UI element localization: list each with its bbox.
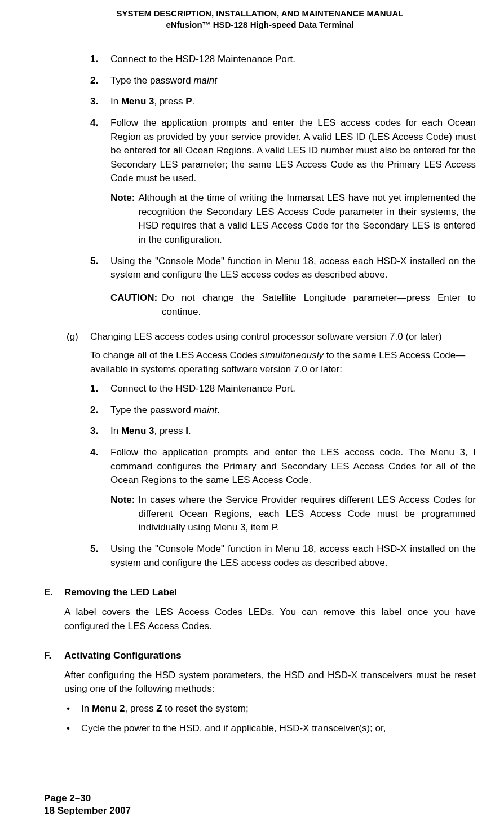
list-number: 4. [90,446,110,535]
list-number: 2. [90,74,110,88]
bullet-icon: • [64,702,81,716]
header-line1: SYSTEM DESCRIPTION, INSTALLATION, AND MA… [44,8,476,19]
note-text: Although at the time of writing the Inma… [138,191,476,247]
list-number: 1. [90,382,110,396]
section-title: Removing the LED Label [64,586,177,600]
list-text: Type the password maint [110,74,476,88]
document-header: SYSTEM DESCRIPTION, INSTALLATION, AND MA… [44,8,476,30]
page-date: 18 September 2007 [44,805,131,817]
list-item: 4. Follow the application prompts and en… [90,446,476,535]
list-number: 2. [90,403,110,418]
subsection-marker: (g) [67,330,90,376]
list-text: In Menu 3, press I. [110,424,476,438]
subsection-g: (g) Changing LES access codes using cont… [67,330,476,376]
list-item: 1. Connect to the HSD-128 Maintenance Po… [90,382,476,396]
caution-block: CAUTION: Do not change the Satellite Lon… [110,291,476,319]
list-text: In Menu 3, press P. [110,95,476,109]
section-letter: F. [44,649,64,663]
list-text: Using the "Console Mode" function in Men… [110,254,476,319]
list-number: 5. [90,542,110,570]
list-text: Follow the application prompts and enter… [110,116,476,247]
bullet-text: Cycle the power to the HSD, and if appli… [81,722,386,736]
list-text: Connect to the HSD-128 Maintenance Port. [110,52,476,67]
list-number: 3. [90,424,110,438]
section-f: F. Activating Configurations After confi… [44,649,476,735]
section-e: E. Removing the LED Label A label covers… [44,586,476,633]
list-item: 3. In Menu 3, press I. [90,424,476,438]
header-line2: eNfusion™ HSD-128 High-speed Data Termin… [44,19,476,30]
subsection-intro: To change all of the LES Access Codes si… [90,349,476,376]
section-heading: E. Removing the LED Label [44,586,476,600]
list-item: 2. Type the password maint. [90,403,476,418]
subsection-content: Changing LES access codes using control … [90,330,476,376]
section-body: A label covers the LES Access Codes LEDs… [64,605,476,633]
list-number: 3. [90,95,110,109]
section-letter: E. [44,586,64,600]
section-body: After configuring the HSD system paramet… [64,669,476,696]
bullet-text: In Menu 2, press Z to reset the system; [81,702,249,716]
list-text: Type the password maint. [110,403,476,418]
list-text: Follow the application prompts and enter… [110,446,476,535]
list-text: Using the "Console Mode" function in Men… [110,542,476,570]
note-label: Note: [110,191,135,247]
list-item: 5. Using the "Console Mode" function in … [90,542,476,570]
list-item: 2. Type the password maint [90,74,476,88]
list-number: 1. [90,52,110,67]
note-label: Note: [110,493,135,535]
note-block: Note: In cases where the Service Provide… [110,493,476,535]
section-heading: F. Activating Configurations [44,649,476,663]
list-item: 1. Connect to the HSD-128 Maintenance Po… [90,52,476,67]
section-title: Activating Configurations [64,649,182,663]
bullet-icon: • [64,722,81,736]
page-footer: Page 2–30 18 September 2007 [44,792,131,817]
bullet-item: • In Menu 2, press Z to reset the system… [64,702,476,716]
list-item: 3. In Menu 3, press P. [90,95,476,109]
caution-label: CAUTION: [110,291,157,319]
list-item: 5. Using the "Console Mode" function in … [90,254,476,319]
note-text: In cases where the Service Provider requ… [138,493,476,535]
bullet-item: • Cycle the power to the HSD, and if app… [64,722,476,736]
page-number: Page 2–30 [44,792,131,805]
list-number: 4. [90,116,110,247]
list-number: 5. [90,254,110,319]
caution-text: Do not change the Satellite Longitude pa… [162,291,476,319]
list-text: Connect to the HSD-128 Maintenance Port. [110,382,476,396]
list-item: 4. Follow the application prompts and en… [90,116,476,247]
note-block: Note: Although at the time of writing th… [110,191,476,247]
